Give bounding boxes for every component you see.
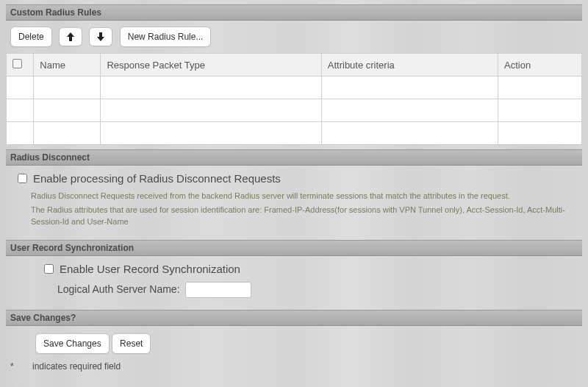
select-all-checkbox[interactable] [12, 59, 22, 68]
cell-response [101, 122, 321, 145]
table-row [7, 77, 582, 99]
save-changes-button[interactable]: Save Changes [35, 333, 110, 354]
reset-button[interactable]: Reset [112, 333, 151, 354]
arrow-up-icon [66, 32, 75, 42]
col-header-select [7, 54, 34, 77]
move-down-button[interactable] [89, 27, 112, 46]
table-row [7, 122, 582, 145]
cell-action [498, 122, 582, 145]
logical-auth-input[interactable] [185, 282, 251, 298]
enable-disconnect-label: Enable processing of Radius Disconnect R… [33, 172, 281, 185]
col-header-response: Response Packet Type [101, 54, 321, 77]
row-select[interactable] [7, 77, 34, 99]
delete-button[interactable]: Delete [10, 26, 52, 47]
asterisk-icon: * [10, 361, 32, 372]
required-field-footnote: *indicates required field [6, 358, 582, 379]
row-select[interactable] [7, 99, 34, 122]
cell-name [34, 99, 101, 122]
section-header-sync: User Record Synchronization [6, 240, 582, 256]
section-header-disconnect: Radius Disconnect [6, 149, 582, 166]
col-header-action: Action [498, 54, 582, 77]
col-header-attribute: Attribute criteria [321, 54, 498, 77]
section-header-rules: Custom Radius Rules [6, 4, 582, 21]
enable-sync-checkbox[interactable] [44, 264, 54, 274]
cell-name [34, 77, 101, 99]
cell-attribute [321, 122, 498, 145]
enable-disconnect-checkbox[interactable] [18, 174, 27, 183]
new-radius-rule-button[interactable]: New Radius Rule... [120, 26, 212, 47]
cell-attribute [321, 99, 498, 122]
move-up-button[interactable] [59, 27, 82, 46]
enable-sync-label: Enable User Record Synchronization [60, 263, 240, 275]
cell-attribute [321, 77, 498, 99]
cell-response [101, 99, 321, 122]
col-header-name: Name [34, 54, 101, 77]
cell-action [498, 99, 582, 122]
rules-toolbar: Delete New Radius Rule... [6, 21, 582, 53]
logical-auth-label: Logical Auth Server Name: [57, 283, 180, 295]
table-row [7, 99, 582, 122]
cell-response [101, 77, 321, 99]
cell-name [34, 122, 101, 145]
disconnect-description2: The Radius attributes that are used for … [31, 204, 573, 228]
disconnect-description1: Radius Disconnect Requests received from… [31, 190, 573, 202]
section-header-save: Save Changes? [6, 310, 582, 326]
arrow-down-icon [96, 32, 105, 42]
rules-table: Name Response Packet Type Attribute crit… [6, 53, 582, 145]
row-select[interactable] [7, 122, 34, 145]
cell-action [498, 77, 582, 99]
